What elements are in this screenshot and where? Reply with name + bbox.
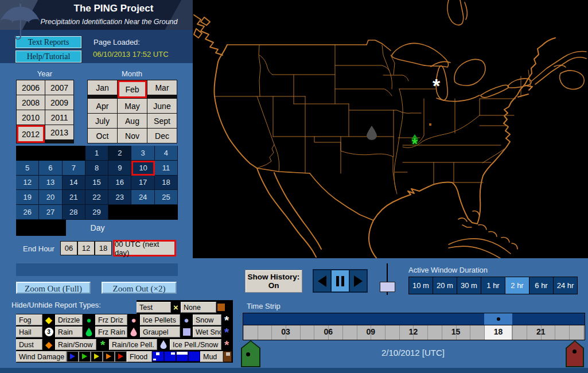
month-cell-jan[interactable]: Jan	[88, 80, 117, 95]
triangle-icon[interactable]	[91, 351, 103, 362]
us-precipitation-map[interactable]: **	[193, 0, 588, 258]
month-cell-may[interactable]: May	[118, 99, 147, 113]
triangle-icon[interactable]	[67, 351, 79, 362]
flood-b-icon[interactable]	[164, 351, 176, 362]
square-icon[interactable]	[216, 302, 226, 313]
flood-c-icon[interactable]	[176, 351, 188, 362]
drop-icon[interactable]	[83, 327, 95, 337]
zoom-out-full-button[interactable]: Zoom Out (Full)	[16, 282, 91, 294]
drop-icon[interactable]	[157, 339, 170, 350]
speed-slider-handle[interactable]	[380, 282, 395, 292]
report-type-wet-snow-button[interactable]: Wet Snow	[193, 327, 221, 337]
day-cell-15[interactable]: 15	[85, 176, 108, 191]
triangle-icon[interactable]	[103, 351, 115, 362]
day-cell-1[interactable]: 1	[85, 146, 108, 161]
report-type-hail-button[interactable]: Hail	[16, 327, 42, 337]
report-type-rain-button[interactable]: Rain	[55, 327, 83, 337]
report-type-wind-damage-button[interactable]: Wind Damage	[16, 351, 67, 362]
day-cell-12[interactable]: 12	[16, 176, 39, 191]
diamond-icon[interactable]: ◆	[42, 339, 55, 350]
report-type-ice-pellets-button[interactable]: Ice Pellets	[140, 314, 180, 325]
day-cell-7[interactable]: 7	[63, 161, 85, 176]
duration-6hr-button[interactable]: 6 hr	[529, 277, 554, 294]
month-cell-oct[interactable]: Oct	[88, 129, 117, 143]
report-type-flood-button[interactable]: Flood	[127, 351, 152, 362]
month-cell-dec[interactable]: Dec	[147, 129, 177, 143]
report-type-none-button[interactable]: None	[181, 302, 216, 313]
day-cell-22[interactable]: 22	[85, 190, 108, 205]
year-cell-2006[interactable]: 2006	[17, 80, 45, 95]
range-start-marker[interactable]	[241, 340, 260, 367]
report-type-frz-rain-button[interactable]: Frz Rain	[95, 327, 127, 337]
duration-30m-button[interactable]: 30 m	[457, 277, 481, 294]
flood-d-icon[interactable]	[188, 351, 200, 362]
circle3-icon[interactable]: 3	[42, 327, 55, 337]
day-cell-5[interactable]: 5	[16, 161, 39, 176]
day-cell-24[interactable]: 24	[131, 190, 154, 205]
year-cell-2013[interactable]: 2013	[45, 125, 73, 139]
month-cell-apr[interactable]: Apr	[88, 99, 117, 113]
month-cell-june[interactable]: June	[147, 99, 177, 113]
day-cell-11[interactable]: 11	[155, 161, 178, 176]
day-cell-19[interactable]: 19	[16, 190, 39, 205]
day-cell-25[interactable]: 25	[155, 190, 178, 205]
cross-icon[interactable]: ×	[171, 302, 181, 313]
report-type-fog-button[interactable]: Fog	[16, 314, 42, 325]
report-type-ice-pell-snow-button[interactable]: Ice Pell./Snow	[170, 339, 221, 350]
day-cell-17[interactable]: 17	[131, 176, 154, 191]
day-cell-27[interactable]: 27	[39, 205, 62, 220]
report-type-frz-driz-button[interactable]: Frz Driz	[95, 314, 127, 325]
day-cell-2[interactable]: 2	[108, 146, 131, 161]
asterisk-icon[interactable]: *	[221, 314, 232, 325]
triangle-icon[interactable]	[79, 351, 91, 362]
duration-10m-button[interactable]: 10 m	[409, 277, 433, 294]
asterisk-icon[interactable]: *	[221, 339, 232, 350]
month-cell-aug[interactable]: Aug	[118, 114, 147, 128]
zoom-out-x2-button[interactable]: Zoom Out (×2)	[102, 282, 177, 294]
day-cell-9[interactable]: 9	[108, 161, 131, 176]
day-cell-6[interactable]: 6	[39, 161, 62, 176]
duration-2hr-button[interactable]: 2 hr	[505, 277, 529, 294]
duration-20m-button[interactable]: 20 m	[433, 277, 457, 294]
range-end-marker[interactable]	[566, 340, 584, 367]
end-hour-12-button[interactable]: 12	[77, 241, 95, 255]
circle-icon[interactable]: ●	[180, 314, 193, 325]
step-forward-button[interactable]	[350, 270, 367, 292]
report-type-graupel-button[interactable]: Graupel	[140, 327, 180, 337]
month-cell-feb[interactable]: Feb	[118, 80, 147, 98]
report-type-rain-snow-button[interactable]: Rain/Snow	[55, 339, 96, 350]
report-type-test-button[interactable]: Test	[137, 302, 171, 313]
circle-icon[interactable]: ●	[83, 314, 95, 325]
day-cell-26[interactable]: 26	[16, 205, 39, 220]
active-window-highlight[interactable]	[484, 313, 512, 325]
day-cell-16[interactable]: 16	[108, 176, 131, 191]
asterisk-icon[interactable]: *	[221, 327, 232, 337]
asterisk-icon[interactable]: *	[96, 339, 109, 350]
month-cell-nov[interactable]: Nov	[118, 129, 147, 143]
report-type-rain-ice-pell--button[interactable]: Rain/Ice Pell.	[109, 339, 157, 350]
year-cell-2007[interactable]: 2007	[45, 80, 73, 95]
duration-1hr-button[interactable]: 1 hr	[481, 277, 505, 294]
day-cell-14[interactable]: 14	[63, 176, 85, 191]
month-cell-july[interactable]: July	[88, 114, 117, 128]
year-cell-2008[interactable]: 2008	[17, 95, 45, 110]
month-cell-sept[interactable]: Sept	[147, 114, 177, 128]
report-type-snow-button[interactable]: Snow	[193, 314, 221, 325]
day-cell-13[interactable]: 13	[39, 176, 62, 191]
end-hour-06-button[interactable]: 06	[60, 241, 77, 255]
mud-icon[interactable]	[223, 351, 232, 362]
rain-ice-pellets-report-marker[interactable]: *	[411, 134, 418, 153]
day-cell-23[interactable]: 23	[108, 190, 131, 205]
snow-report-marker[interactable]: *	[433, 75, 440, 96]
circle-icon[interactable]: ●	[127, 314, 140, 325]
report-type-dust-button[interactable]: Dust	[16, 339, 42, 350]
square-icon[interactable]	[180, 327, 193, 337]
day-cell-29[interactable]: 29	[85, 205, 108, 220]
day-cell-21[interactable]: 21	[63, 190, 85, 205]
triangle-icon[interactable]	[115, 351, 127, 362]
duration-24hr-button[interactable]: 24 hr	[554, 277, 577, 294]
year-cell-2011[interactable]: 2011	[45, 110, 73, 125]
report-type-drizzle-button[interactable]: Drizzle	[55, 314, 83, 325]
month-cell-mar[interactable]: Mar	[147, 80, 177, 95]
day-cell-3[interactable]: 3	[131, 146, 154, 161]
